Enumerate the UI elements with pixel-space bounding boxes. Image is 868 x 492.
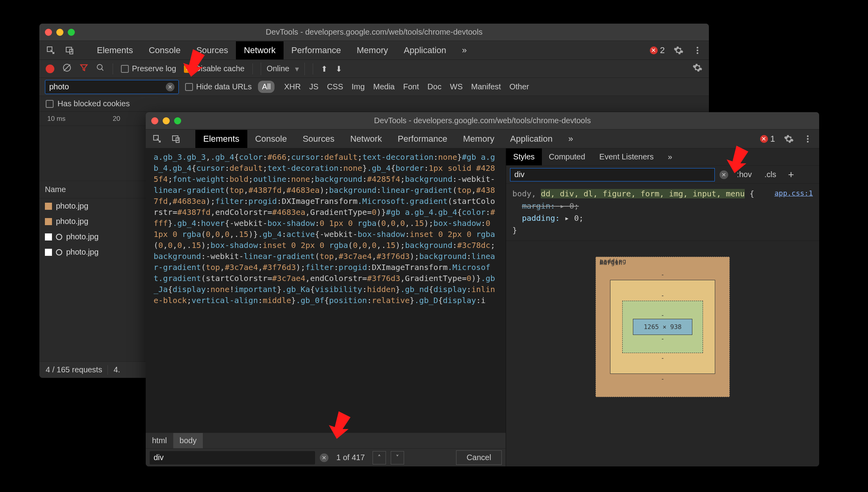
inspect-icon[interactable] [152, 134, 162, 144]
filter-funnel-icon[interactable] [80, 63, 88, 74]
cls-toggle[interactable]: .cls [760, 170, 780, 179]
tab-network[interactable]: Network [236, 41, 284, 59]
clear-search-icon[interactable]: ✕ [320, 453, 328, 462]
main-toolbar: Elements Console Sources Network Perform… [39, 41, 709, 60]
new-style-rule-button[interactable]: + [785, 168, 797, 181]
preserve-log-checkbox[interactable]: Preserve log [121, 64, 176, 73]
filter-media[interactable]: Media [370, 81, 398, 92]
svg-point-5 [697, 52, 698, 54]
gear-icon [56, 234, 62, 240]
svg-point-13 [807, 135, 809, 137]
box-model: margin - border - padding - 1265 × 938 - [506, 241, 819, 466]
tab-application[interactable]: Application [396, 41, 454, 59]
search-input[interactable] [150, 451, 315, 464]
upload-har-icon[interactable]: ⬆ [321, 64, 328, 74]
styles-filter-input[interactable] [510, 168, 715, 181]
zoom-window-button[interactable] [68, 29, 75, 36]
tabs-overflow-icon[interactable]: » [560, 130, 581, 148]
tab-performance[interactable]: Performance [390, 130, 455, 148]
breadcrumb-html[interactable]: html [146, 433, 173, 448]
minimize-window-button[interactable] [56, 29, 63, 36]
styles-pane: Styles Computed Event Listeners » ✕ :hov… [506, 148, 819, 466]
box-model-padding[interactable]: padding - 1265 × 938 - [622, 301, 703, 353]
filter-other[interactable]: Other [506, 81, 532, 92]
filter-all-pill[interactable]: All [258, 81, 274, 93]
settings-gear-icon[interactable] [784, 134, 794, 144]
minimize-window-button[interactable] [163, 117, 170, 124]
zoom-window-button[interactable] [174, 117, 181, 124]
error-icon: ✕ [650, 46, 658, 54]
blocked-cookies-checkbox[interactable] [46, 100, 54, 108]
tab-memory[interactable]: Memory [455, 130, 502, 148]
tab-elements[interactable]: Elements [195, 130, 247, 148]
source-code-view[interactable]: a.gb_3.gb_3,.gb_4{color:#666;cursor:defa… [146, 148, 506, 433]
network-subtoolbar: Preserve log ✓Disable cache Online▾ ⬆ ⬇ [39, 60, 709, 78]
svg-marker-16 [183, 49, 205, 77]
search-result-count: 1 of 417 [333, 453, 368, 462]
tab-elements[interactable]: Elements [89, 41, 141, 59]
filter-img[interactable]: Img [349, 81, 368, 92]
filter-input[interactable]: ✕ [45, 80, 179, 94]
svg-line-9 [102, 69, 104, 71]
tab-network[interactable]: Network [342, 130, 390, 148]
filter-type-list: XHR JS CSS Img Media Font Doc WS Manifes… [281, 82, 532, 91]
device-toggle-icon[interactable] [171, 134, 181, 144]
elements-split: a.gb_3.gb_3,.gb_4{color:#666;cursor:defa… [146, 148, 819, 466]
tab-styles[interactable]: Styles [506, 148, 542, 165]
kebab-menu-icon[interactable] [803, 134, 813, 144]
box-model-border[interactable]: border - padding - 1265 × 938 - - [610, 280, 715, 374]
annotation-arrow [181, 49, 213, 85]
search-cancel-button[interactable]: Cancel [456, 450, 502, 465]
css-rule[interactable]: app.css:1 body, dd, div, dl, figure, for… [506, 184, 819, 241]
settings-gear-icon[interactable] [673, 45, 684, 55]
tab-performance[interactable]: Performance [284, 41, 349, 59]
filter-manifest[interactable]: Manifest [468, 81, 504, 92]
network-settings-gear-icon[interactable] [692, 63, 703, 75]
box-model-margin[interactable]: margin - border - padding - 1265 × 938 - [595, 257, 729, 397]
svg-line-7 [64, 65, 70, 71]
search-prev-button[interactable]: ˄ [373, 451, 386, 464]
tab-memory[interactable]: Memory [349, 41, 396, 59]
panel-tabs: Elements Console Sources Network Perform… [89, 41, 475, 59]
close-window-button[interactable] [45, 29, 52, 36]
rule-source-link[interactable]: app.css:1 [774, 188, 813, 199]
kebab-menu-icon[interactable] [692, 45, 703, 55]
styles-filter-bar: ✕ :hov .cls + [506, 166, 819, 184]
tab-application[interactable]: Application [502, 130, 560, 148]
annotation-arrow [327, 411, 358, 447]
error-count[interactable]: ✕ 1 [760, 134, 775, 144]
search-icon[interactable] [96, 63, 105, 74]
tab-console[interactable]: Console [247, 130, 295, 148]
close-window-button[interactable] [151, 117, 158, 124]
titlebar: DevTools - developers.google.com/web/too… [39, 24, 709, 41]
tab-event-listeners[interactable]: Event Listeners [592, 148, 661, 165]
clear-icon[interactable] [62, 63, 72, 74]
filter-ws[interactable]: WS [447, 81, 466, 92]
error-count[interactable]: ✕ 2 [650, 45, 665, 55]
filter-doc[interactable]: Doc [424, 81, 445, 92]
main-toolbar: Elements Console Sources Network Perform… [146, 129, 819, 148]
svg-point-14 [807, 138, 809, 139]
filter-xhr[interactable]: XHR [281, 81, 304, 92]
device-toggle-icon[interactable] [65, 45, 75, 55]
box-model-content[interactable]: 1265 × 938 [633, 319, 692, 335]
error-icon: ✕ [760, 135, 768, 143]
styles-tabs-overflow-icon[interactable]: » [661, 148, 679, 165]
download-har-icon[interactable]: ⬇ [336, 64, 342, 74]
panel-tabs: Elements Console Sources Network Perform… [195, 130, 581, 148]
throttling-dropdown[interactable]: Online▾ [261, 63, 305, 75]
inspect-icon[interactable] [46, 45, 56, 55]
traffic-lights [151, 117, 181, 124]
clear-filter-icon[interactable]: ✕ [166, 83, 174, 91]
filter-text-field[interactable] [49, 82, 166, 91]
search-next-button[interactable]: ˅ [391, 451, 404, 464]
filter-css[interactable]: CSS [324, 81, 346, 92]
breadcrumb-body[interactable]: body [173, 433, 203, 448]
tab-sources[interactable]: Sources [295, 130, 342, 148]
tab-computed[interactable]: Computed [542, 148, 592, 165]
filter-js[interactable]: JS [306, 81, 321, 92]
filter-font[interactable]: Font [400, 81, 422, 92]
tabs-overflow-icon[interactable]: » [454, 41, 475, 59]
record-button[interactable] [46, 65, 54, 73]
network-filterbar: ✕ Hide data URLs All XHR JS CSS Img Medi… [39, 78, 709, 96]
